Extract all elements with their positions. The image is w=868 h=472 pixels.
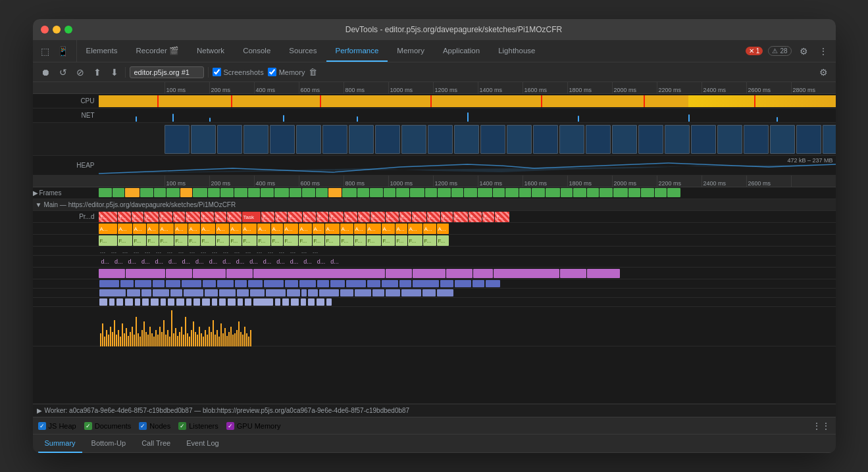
blue-block2[interactable] <box>153 289 169 296</box>
inspect-icon[interactable]: ⬚ <box>38 43 52 59</box>
blue-block3[interactable] <box>275 298 280 306</box>
f-block[interactable]: F... <box>423 235 436 246</box>
tab-lighthouse[interactable]: Lighthouse <box>489 40 544 62</box>
task-block[interactable]: T... <box>386 212 399 222</box>
f-block[interactable]: F... <box>188 235 200 246</box>
a-block[interactable]: A... <box>354 224 366 234</box>
bottom-tab-summary[interactable]: Summary <box>38 435 82 453</box>
blue-block[interactable] <box>99 280 119 287</box>
task-block[interactable]: T... <box>132 212 143 222</box>
a-block[interactable]: A... <box>396 224 407 234</box>
d-item[interactable]: d... <box>168 258 177 265</box>
task-block[interactable]: T... <box>427 212 440 222</box>
f-block[interactable]: F... <box>313 235 324 246</box>
close-button[interactable] <box>41 26 49 34</box>
d-item[interactable]: d... <box>155 258 164 265</box>
tab-recorder[interactable]: Recorder 🎬 <box>126 40 188 62</box>
f-block[interactable]: F... <box>284 235 298 246</box>
blue-block2[interactable] <box>340 289 353 296</box>
a-block[interactable]: A... <box>242 224 257 234</box>
task-block[interactable]: T... <box>201 212 214 222</box>
f-block[interactable]: F... <box>340 235 353 246</box>
task-block[interactable]: T... <box>344 212 357 222</box>
blue-block[interactable] <box>330 280 345 287</box>
purple-block[interactable] <box>386 269 412 278</box>
blue-block2[interactable] <box>184 289 203 296</box>
jsheap-check[interactable]: ✓ JS Heap <box>38 422 76 430</box>
blue-block3[interactable] <box>142 298 149 306</box>
a-block[interactable]: A... <box>159 224 174 234</box>
a-block[interactable]: A... <box>408 224 422 234</box>
task-block[interactable]: T... <box>261 212 274 222</box>
more-icon[interactable]: ⋮ <box>816 43 830 59</box>
purple-block[interactable] <box>193 269 226 278</box>
blue-block3[interactable] <box>326 298 332 306</box>
task-block[interactable]: T... <box>441 212 453 222</box>
a-block[interactable]: A... <box>325 224 340 234</box>
screenshots-checkbox[interactable] <box>213 68 221 76</box>
blue-block[interactable] <box>120 280 134 287</box>
f-block[interactable]: F... <box>408 235 422 246</box>
tab-sources[interactable]: Sources <box>280 40 326 62</box>
purple-block[interactable] <box>560 269 586 278</box>
d-item[interactable]: d... <box>290 258 299 265</box>
blue-block3[interactable] <box>238 298 243 306</box>
a-block[interactable]: A... <box>118 224 132 234</box>
d-item[interactable]: d... <box>128 258 137 265</box>
blue-block2[interactable] <box>422 289 436 296</box>
f-block[interactable]: F... <box>271 235 283 246</box>
device-icon[interactable]: 📱 <box>55 43 71 59</box>
a-block[interactable]: A... <box>257 224 270 234</box>
source-select[interactable]: editor.p5js.org #1 <box>130 66 204 78</box>
settings-icon[interactable]: ⚙ <box>797 43 811 59</box>
f-block[interactable]: F... <box>299 235 312 246</box>
blue-block2[interactable] <box>219 289 236 296</box>
d-item[interactable]: d... <box>317 258 326 265</box>
a-block[interactable]: A... <box>216 224 229 234</box>
f-block[interactable]: F... <box>257 235 270 246</box>
task-block[interactable]: T... <box>453 212 468 222</box>
nodes-check[interactable]: ✓ Nodes <box>139 422 170 430</box>
purple-block[interactable] <box>413 269 446 278</box>
blue-block3[interactable] <box>176 298 184 306</box>
blue-block[interactable] <box>317 280 329 287</box>
blue-block3[interactable] <box>212 298 217 306</box>
blue-block[interactable] <box>299 280 316 287</box>
f-block[interactable]: F... <box>396 235 407 246</box>
f-block[interactable]: F... <box>133 235 146 246</box>
blue-block[interactable] <box>264 280 284 287</box>
blue-block2[interactable] <box>401 289 421 296</box>
f-block[interactable]: F... <box>325 235 340 246</box>
bottom-tab-call-tree[interactable]: Call Tree <box>135 435 177 453</box>
record-button[interactable]: ⏺ <box>38 66 53 79</box>
blue-block3[interactable] <box>317 298 324 306</box>
blue-block2[interactable] <box>250 289 265 296</box>
d-item[interactable]: d... <box>330 258 339 265</box>
a-block[interactable]: A... <box>188 224 200 234</box>
blue-block[interactable] <box>413 280 439 287</box>
a-block[interactable]: A... <box>147 224 159 234</box>
f-block[interactable]: F... <box>367 235 381 246</box>
purple-block[interactable] <box>226 269 253 278</box>
blue-block[interactable] <box>382 280 398 287</box>
blue-block[interactable] <box>248 280 263 287</box>
a-block[interactable]: A... <box>313 224 324 234</box>
blue-block3[interactable] <box>109 298 115 306</box>
reload-button[interactable]: ↺ <box>57 66 70 79</box>
blue-block3[interactable] <box>125 298 133 306</box>
blue-block[interactable] <box>135 280 151 287</box>
task-block[interactable]: T... <box>99 212 117 222</box>
blue-block3[interactable] <box>228 298 236 306</box>
blue-block2[interactable] <box>266 289 286 296</box>
a-block[interactable]: A... <box>99 224 117 234</box>
purple-block[interactable] <box>473 269 493 278</box>
frames-label[interactable]: ▶ Frames <box>33 189 99 197</box>
a-block[interactable]: A... <box>230 224 242 234</box>
bottom-tab-event-log[interactable]: Event Log <box>180 435 226 453</box>
settings-perf-icon[interactable]: ⚙ <box>817 66 830 79</box>
d-item[interactable]: d... <box>182 258 191 265</box>
blue-block3[interactable] <box>301 298 306 306</box>
blue-block3[interactable] <box>308 298 315 306</box>
d-item[interactable]: d... <box>249 258 258 265</box>
a-block[interactable]: A... <box>423 224 436 234</box>
